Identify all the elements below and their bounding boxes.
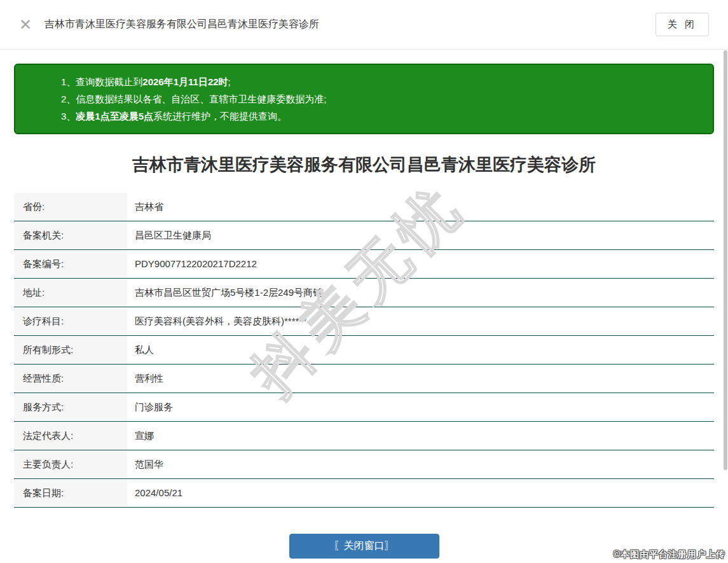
notice-line-3-num: 3、 — [61, 111, 76, 122]
row-value: 宣娜 — [127, 422, 714, 450]
notice-line-2: 2、信息数据结果以各省、自治区、直辖市卫生健康委数据为准; — [61, 90, 700, 108]
row-value: PDY90077122020217D2212 — [127, 250, 714, 278]
row-value: 医疗美容科(美容外科，美容皮肤科)****** — [127, 307, 714, 335]
row-label: 所有制形式: — [14, 336, 127, 364]
table-row-filing-authority: 备案机关: 昌邑区卫生健康局 — [14, 221, 714, 250]
window-titlebar: ✕ 吉林市青沐里医疗美容服务有限公司昌邑青沐里医疗美容诊所 关 闭 — [0, 0, 728, 50]
row-label: 备案机关: — [14, 221, 127, 249]
notice-line-3-post: 系统进行维护，不能提供查询。 — [153, 111, 287, 122]
notice-line-1: 1、查询数据截止到2026年1月11日22时; — [61, 73, 700, 90]
row-value: 吉林省 — [127, 193, 714, 221]
table-row-legal-representative: 法定代表人: 宣娜 — [14, 422, 714, 450]
table-row-address: 地址: 吉林市昌邑区世贸广场5号楼1-2层249号商铺 — [14, 279, 714, 307]
row-value: 范国华 — [127, 450, 714, 478]
table-row-business-nature: 经营性质: 营利性 — [14, 365, 714, 393]
vertical-scrollbar[interactable] — [724, 50, 727, 470]
table-row-departments: 诊疗科目: 医疗美容科(美容外科，美容皮肤科)****** — [14, 307, 714, 336]
page-title: 吉林市青沐里医疗美容服务有限公司昌邑青沐里医疗美容诊所 — [0, 153, 728, 176]
notice-line-2-num: 2、 — [61, 94, 76, 104]
copyright-watermark: ©本图由平台注册用户上传 — [614, 549, 725, 560]
notice-line-2-pre: 信息数据结果以各省、自治区、直辖市卫生健康委数据为准; — [76, 94, 326, 104]
row-label: 备案编号: — [14, 250, 127, 278]
notice-line-1-post: ; — [228, 76, 231, 87]
close-window-button[interactable]: 〖关闭窗口〗 — [289, 534, 439, 559]
row-label: 地址: — [14, 279, 127, 307]
row-label: 法定代表人: — [14, 422, 127, 450]
table-row-ownership: 所有制形式: 私人 — [14, 336, 714, 365]
notice-banner: 1、查询数据截止到2026年1月11日22时; 2、信息数据结果以各省、自治区、… — [14, 64, 714, 134]
close-button[interactable]: 关 闭 — [656, 13, 709, 36]
row-label: 备案日期: — [14, 479, 127, 507]
titlebar-text: 吉林市青沐里医疗美容服务有限公司昌邑青沐里医疗美容诊所 — [45, 18, 319, 31]
registration-info-table: 省份: 吉林省 备案机关: 昌邑区卫生健康局 备案编号: PDY90077122… — [14, 193, 714, 508]
table-row-filing-number: 备案编号: PDY90077122020217D2212 — [14, 250, 714, 279]
notice-line-1-bold: 2026年1月11日22时 — [142, 76, 228, 87]
row-label: 服务方式: — [14, 393, 127, 421]
row-value: 门诊服务 — [127, 393, 714, 421]
row-value: 私人 — [127, 336, 714, 364]
row-label: 省份: — [14, 193, 127, 221]
table-row-filing-date: 备案日期: 2024/05/21 — [14, 479, 714, 508]
table-row-province: 省份: 吉林省 — [14, 193, 714, 221]
table-row-service-mode: 服务方式: 门诊服务 — [14, 393, 714, 422]
notice-line-3: 3、凌晨1点至凌晨5点系统进行维护，不能提供查询。 — [61, 108, 700, 125]
row-label: 诊疗科目: — [14, 307, 127, 335]
row-value: 昌邑区卫生健康局 — [127, 221, 714, 249]
row-value: 吉林市昌邑区世贸广场5号楼1-2层249号商铺 — [127, 279, 714, 307]
notice-line-1-num: 1、 — [61, 76, 76, 87]
row-value: 2024/05/21 — [127, 479, 714, 507]
row-label: 经营性质: — [14, 365, 127, 393]
table-row-person-in-charge: 主要负责人: 范国华 — [14, 450, 714, 479]
close-x-icon[interactable]: ✕ — [19, 17, 32, 32]
notice-line-3-bold: 凌晨1点至凌晨5点 — [76, 111, 153, 122]
row-value: 营利性 — [127, 365, 714, 393]
notice-line-1-pre: 查询数据截止到 — [76, 76, 142, 87]
row-label: 主要负责人: — [14, 450, 127, 478]
